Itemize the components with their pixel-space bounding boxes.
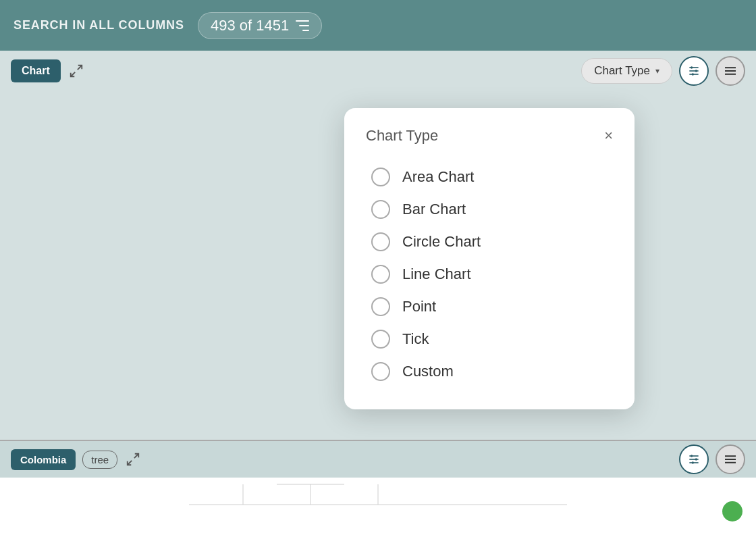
label-area-chart: Area Chart [402,168,474,186]
svg-point-16 [691,455,693,457]
option-point[interactable]: Point [366,290,613,323]
label-custom: Custom [402,363,454,380]
chart-type-dropdown-button[interactable]: Chart Type ▾ [581,58,672,84]
option-area-chart[interactable]: Area Chart [366,161,613,193]
radio-tick[interactable] [371,330,390,349]
chart-toolbar: Chart Chart Type ▾ [0,51,756,91]
menu-icon-button[interactable] [716,56,745,86]
colombia-button[interactable]: Colombia [11,449,76,470]
bottom-toolbar-right [679,444,745,474]
svg-point-6 [695,70,697,72]
bottom-panel: Colombia tree [0,440,756,535]
tree-diagram [0,478,756,535]
bottom-toolbar: Colombia tree [0,440,756,478]
svg-point-18 [692,461,694,463]
option-line-chart[interactable]: Line Chart [366,258,613,290]
top-bar: SEARCH IN ALL COLUMNS 493 of 1451 [0,0,756,51]
svg-line-12 [128,461,132,465]
bottom-content [0,478,756,535]
svg-line-1 [71,72,75,76]
bottom-left: Colombia tree [11,449,142,470]
svg-line-0 [78,66,82,70]
svg-line-11 [134,454,138,458]
option-circle-chart[interactable]: Circle Chart [366,226,613,258]
radio-point[interactable] [371,297,390,316]
option-custom[interactable]: Custom [366,355,613,388]
chart-button[interactable]: Chart [11,59,61,82]
green-dot-indicator [722,501,742,521]
count-badge[interactable]: 493 of 1451 [198,12,322,39]
toolbar-right: Chart Type ▾ [581,56,745,86]
close-popup-button[interactable]: × [604,128,613,143]
radio-custom[interactable] [371,362,390,381]
svg-point-7 [692,73,694,75]
tree-badge[interactable]: tree [82,451,117,469]
radio-circle-chart[interactable] [371,232,390,251]
option-tick[interactable]: Tick [366,323,613,355]
chart-type-label: Chart Type [594,64,650,78]
chart-type-popup: Chart Type × Area Chart Bar Chart Circle… [344,108,634,409]
radio-bar-chart[interactable] [371,200,390,219]
count-text: 493 of 1451 [211,17,289,34]
label-circle-chart: Circle Chart [402,233,481,251]
label-point: Point [402,298,436,315]
bottom-menu-icon-button[interactable] [716,444,745,474]
label-bar-chart: Bar Chart [402,201,466,218]
svg-point-17 [695,458,697,460]
bottom-expand-icon[interactable] [124,451,142,468]
label-line-chart: Line Chart [402,265,471,283]
chevron-down-icon: ▾ [655,66,659,76]
label-tick: Tick [402,330,429,348]
settings-icon-button[interactable] [679,56,709,86]
radio-area-chart[interactable] [371,168,390,186]
toolbar-left: Chart [11,59,85,82]
svg-point-5 [691,66,693,68]
option-bar-chart[interactable]: Bar Chart [366,193,613,226]
popup-header: Chart Type × [366,127,613,145]
search-label[interactable]: SEARCH IN ALL COLUMNS [14,18,184,32]
radio-line-chart[interactable] [371,265,390,284]
filter-icon[interactable] [296,20,309,31]
expand-icon[interactable] [68,62,85,80]
bottom-settings-icon-button[interactable] [679,444,709,474]
popup-title: Chart Type [366,127,438,145]
